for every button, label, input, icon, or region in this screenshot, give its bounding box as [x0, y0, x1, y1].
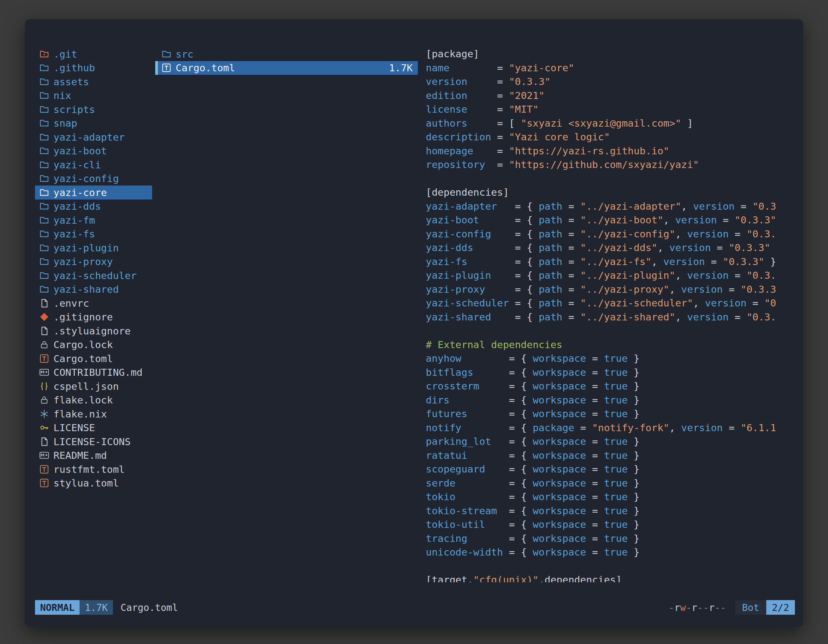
file-row[interactable]: snap: [35, 116, 152, 130]
file-row[interactable]: stylua.toml: [35, 476, 152, 490]
file-row[interactable]: flake.nix: [35, 407, 152, 421]
file-row[interactable]: flake.lock: [35, 393, 152, 407]
file-row[interactable]: yazi-proxy: [35, 255, 152, 269]
folder-icon: [38, 271, 51, 280]
preview-line: yazi-boot = { path = "../yazi-boot", ver…: [426, 213, 795, 227]
toml-icon: [38, 465, 51, 474]
cursor-marker: [155, 61, 158, 75]
preview-line: anyhow = { workspace = true }: [426, 352, 795, 366]
file-icon: [38, 437, 51, 447]
preview-line: tokio = { workspace = true }: [426, 490, 795, 504]
file-row[interactable]: yazi-fs: [35, 227, 152, 241]
file-name: yazi-fm: [53, 215, 95, 226]
folder-icon: [38, 174, 51, 183]
file-row[interactable]: .envrc: [35, 296, 152, 310]
preview-line: version = "0.3.3": [426, 75, 795, 89]
folder-icon: [38, 63, 51, 72]
folder-icon: [38, 188, 51, 197]
file-row[interactable]: .git: [35, 47, 152, 61]
file-row[interactable]: yazi-shared: [35, 282, 152, 296]
permissions-text: -rw-r--r--: [668, 602, 726, 613]
file-name: yazi-dds: [53, 201, 101, 212]
file-name: .github: [53, 62, 95, 74]
file-name: yazi-core: [53, 187, 107, 198]
file-row[interactable]: yazi-dds: [35, 199, 152, 213]
preview-line: [426, 172, 795, 186]
file-name: yazi-config: [53, 173, 119, 184]
file-row[interactable]: yazi-adapter: [35, 130, 152, 144]
file-name: LICENSE: [53, 422, 95, 433]
file-row[interactable]: Cargo.toml: [35, 352, 152, 366]
preview-line: yazi-shared = { path = "../yazi-shared",…: [426, 310, 795, 324]
file-row[interactable]: yazi-scheduler: [35, 268, 152, 282]
markdown-icon: [38, 368, 51, 377]
preview-line: dirs = { workspace = true }: [426, 393, 795, 407]
file-row[interactable]: Cargo.lock: [35, 338, 152, 352]
preview-line: yazi-dds = { path = "../yazi-dds", versi…: [426, 241, 795, 255]
file-icon: [38, 326, 51, 336]
file-name: yazi-adapter: [53, 132, 125, 143]
desktop-background: .git.githubassetsnixscriptssnapyazi-adap…: [0, 0, 828, 644]
status-bar: NORMAL 1.7K Cargo.toml -rw-r--r-- Bot 2/…: [35, 600, 795, 615]
preview-line: ratatui = { workspace = true }: [426, 449, 795, 463]
file-row[interactable]: README.md: [35, 449, 152, 463]
file-row[interactable]: src: [155, 47, 418, 61]
preview-line: crossterm = { workspace = true }: [426, 379, 795, 393]
file-row[interactable]: .styluaignore: [35, 324, 152, 338]
file-row[interactable]: nix: [35, 89, 152, 103]
folder-icon: [38, 118, 51, 128]
file-name: yazi-fs: [53, 228, 95, 240]
git-folder-icon: [38, 49, 51, 59]
file-row[interactable]: yazi-boot: [35, 144, 152, 158]
file-row[interactable]: assets: [35, 75, 152, 89]
file-name: LICENSE-ICONS: [53, 436, 131, 447]
parent-pane: .git.githubassetsnixscriptssnapyazi-adap…: [35, 47, 152, 582]
nix-icon: [38, 409, 51, 419]
git-icon: [38, 312, 51, 322]
file-row[interactable]: Cargo.toml1.7K: [155, 61, 418, 75]
file-row[interactable]: LICENSE: [35, 421, 152, 435]
file-row[interactable]: yazi-fm: [35, 213, 152, 227]
folder-icon: [38, 160, 51, 169]
file-name: nix: [53, 90, 71, 101]
file-row[interactable]: yazi-config: [35, 172, 152, 186]
file-name: stylua.toml: [53, 477, 119, 489]
file-row[interactable]: rustfmt.toml: [35, 462, 152, 476]
folder-icon: [38, 215, 51, 225]
status-filename: Cargo.toml: [121, 602, 178, 613]
file-manager-panes: .git.githubassetsnixscriptssnapyazi-adap…: [35, 47, 795, 582]
file-row[interactable]: yazi-plugin: [35, 241, 152, 255]
toml-icon: [38, 478, 51, 488]
file-row[interactable]: scripts: [35, 102, 152, 116]
file-name: yazi-cli: [53, 159, 101, 171]
license-icon: [38, 423, 51, 432]
preview-line: [package]: [426, 47, 795, 61]
folder-icon: [38, 77, 51, 86]
preview-line: license = "MIT": [426, 102, 795, 116]
cursor-counter-badge: 2/2: [766, 600, 795, 615]
folder-icon: [160, 49, 173, 59]
preview-line: yazi-plugin = { path = "../yazi-plugin",…: [426, 268, 795, 282]
file-name: README.md: [53, 450, 107, 461]
folder-icon: [38, 132, 51, 142]
file-name: assets: [53, 76, 89, 88]
preview-line: # External dependencies: [426, 338, 795, 352]
preview-line: bitflags = { workspace = true }: [426, 366, 795, 379]
file-row[interactable]: yazi-core: [35, 185, 152, 199]
file-row[interactable]: .gitignore: [35, 310, 152, 324]
lock-icon: [38, 395, 51, 405]
preview-line: yazi-scheduler = { path = "../yazi-sched…: [426, 296, 795, 310]
file-name: yazi-proxy: [53, 256, 113, 267]
file-name: Cargo.toml: [176, 62, 235, 74]
file-name: CONTRIBUTING.md: [53, 367, 143, 378]
file-name: src: [176, 49, 193, 60]
file-row[interactable]: LICENSE-ICONS: [35, 435, 152, 449]
preview-line: serde = { workspace = true }: [426, 476, 795, 490]
file-size: 1.7K: [389, 62, 416, 74]
preview-pane[interactable]: [package]name = "yazi-core"version = "0.…: [426, 47, 795, 582]
file-row[interactable]: .github: [35, 61, 152, 75]
folder-icon: [38, 257, 51, 266]
file-row[interactable]: yazi-cli: [35, 158, 152, 172]
file-row[interactable]: CONTRIBUTING.md: [35, 366, 152, 379]
file-row[interactable]: cspell.json: [35, 379, 152, 393]
